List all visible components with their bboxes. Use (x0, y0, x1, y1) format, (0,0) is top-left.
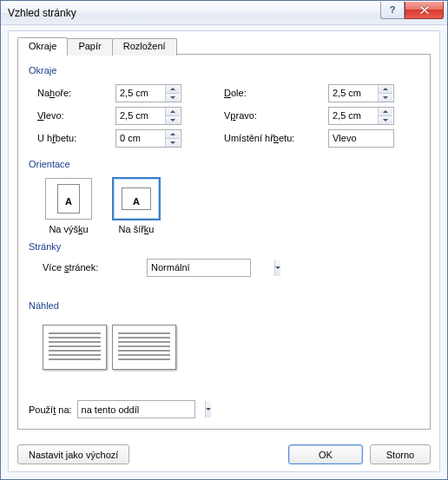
portrait-icon: A (45, 178, 92, 220)
spin-down-icon[interactable] (166, 93, 180, 102)
input-left[interactable] (116, 108, 165, 124)
preview-page-icon (43, 325, 107, 370)
combo-apply-to[interactable] (77, 400, 195, 418)
tab-panel: Okraje Nahoře: Vlevo: (17, 54, 431, 430)
window-buttons: ? (380, 2, 444, 19)
ok-button[interactable]: OK (288, 444, 363, 464)
input-right[interactable] (329, 108, 378, 124)
label-bottom: Dole: (224, 88, 328, 98)
chevron-down-icon[interactable] (274, 260, 280, 276)
group-margins-title: Okraje (29, 65, 419, 76)
page-setup-dialog: Vzhled stránky ? Okraje Papír Rozložení … (0, 0, 448, 480)
spin-right[interactable] (328, 107, 394, 125)
input-multipages[interactable] (148, 260, 274, 276)
preview-page-icon (112, 325, 176, 370)
tab-paper[interactable]: Papír (67, 38, 112, 56)
dialog-footer: Nastavit jako výchozí OK Storno (17, 444, 431, 464)
window-title: Vzhled stránky (8, 7, 380, 19)
orientation-portrait[interactable]: A Na výšku (43, 178, 95, 234)
spin-top[interactable] (115, 84, 181, 102)
label-multipages: Více stránek: (34, 262, 147, 273)
preview-area (29, 316, 419, 370)
label-gutter: U hřbetu: (29, 133, 115, 143)
orientation-landscape[interactable]: A Na šířku (110, 178, 162, 234)
input-gutter-pos[interactable] (329, 130, 448, 147)
input-gutter[interactable] (116, 130, 165, 147)
help-button[interactable]: ? (380, 2, 405, 19)
combo-gutter-pos[interactable] (328, 129, 394, 148)
spin-up-icon[interactable] (166, 85, 180, 93)
svg-text:A: A (65, 196, 72, 207)
combo-multipages[interactable] (147, 259, 251, 277)
spin-gutter[interactable] (115, 129, 181, 148)
label-apply-to: Použít na: (29, 404, 72, 415)
tab-strip: Okraje Papír Rozložení (17, 36, 431, 54)
tab-margins[interactable]: Okraje (17, 37, 68, 55)
label-left: Vlevo: (29, 110, 115, 121)
group-orientation-title: Orientace (29, 159, 419, 169)
tab-layout[interactable]: Rozložení (112, 38, 177, 56)
titlebar: Vzhled stránky ? (1, 1, 447, 25)
close-button[interactable] (405, 2, 444, 19)
label-gutter-pos: Umístění hřbetu: (224, 133, 328, 143)
group-preview-title: Náhled (29, 300, 419, 311)
landscape-icon: A (113, 178, 160, 220)
input-top[interactable] (116, 85, 165, 102)
close-icon (420, 6, 429, 14)
cancel-button[interactable]: Storno (370, 444, 431, 464)
svg-text:A: A (133, 196, 140, 207)
label-top: Nahoře: (29, 88, 115, 98)
spin-bottom[interactable] (328, 84, 394, 102)
chevron-down-icon[interactable] (205, 401, 211, 418)
input-bottom[interactable] (329, 85, 378, 102)
group-pages-title: Stránky (29, 241, 419, 252)
label-right: Vpravo: (224, 110, 328, 121)
spin-left[interactable] (115, 107, 181, 125)
client-area: Okraje Papír Rozložení Okraje Nahoře: Vl… (8, 30, 440, 472)
input-apply-to[interactable] (78, 401, 205, 418)
set-default-button[interactable]: Nastavit jako výchozí (17, 444, 129, 464)
